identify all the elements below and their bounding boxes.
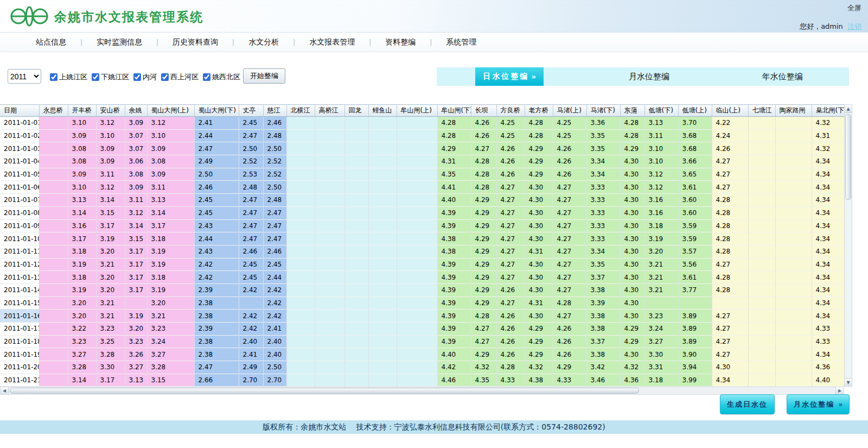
year-select[interactable]: 2011 (8, 69, 41, 84)
value-cell: 4.30 (620, 283, 644, 296)
date-cell: 2011-01-02 (0, 129, 39, 142)
generate-daily-button[interactable]: 生成日水位 (720, 394, 775, 414)
scroll-right-icon[interactable]: ▶ (835, 387, 844, 394)
date-cell: 2011-01-05 (0, 168, 39, 181)
value-cell (286, 283, 315, 296)
value-cell (315, 361, 344, 374)
checkbox-icon[interactable] (203, 73, 210, 81)
region-checkbox-2[interactable]: 内河 (133, 72, 157, 82)
value-cell: 4.30 (620, 168, 644, 181)
table-row[interactable]: 2011-01-183.233.253.233.242.382.402.404.… (0, 335, 844, 348)
value-cell: 4.30 (525, 206, 553, 219)
value-cell: 3.20 (125, 323, 147, 336)
nav-item-5[interactable]: 资料整编 (371, 37, 430, 47)
table-row[interactable]: 2011-01-123.193.213.173.192.422.452.454.… (0, 258, 844, 271)
table-row[interactable]: 2011-01-063.103.123.093.112.462.482.504.… (0, 181, 844, 194)
value-cell (775, 348, 812, 361)
nav-item-1[interactable]: 实时监测信息 (82, 37, 156, 47)
value-cell: 4.39 (437, 258, 471, 271)
value-cell: 4.39 (437, 310, 471, 323)
table-row[interactable]: 2011-01-153.203.213.202.382.424.394.294.… (0, 296, 844, 310)
checkbox-icon[interactable] (50, 73, 58, 81)
checkbox-icon[interactable] (92, 73, 99, 81)
value-cell (344, 283, 368, 296)
horizontal-scrollbar[interactable]: ◀ ▶ (0, 387, 844, 395)
value-cell (775, 194, 812, 207)
region-checkbox-0[interactable]: 上姚江区 (50, 72, 87, 82)
nav-item-0[interactable]: 站点信息 (22, 37, 80, 47)
value-cell (748, 232, 775, 245)
table-row[interactable]: 2011-01-093.163.173.143.172.432.472.474.… (0, 219, 844, 232)
value-cell: 3.15 (125, 232, 147, 245)
table-row[interactable]: 2011-01-173.223.233.203.232.392.422.414.… (0, 323, 844, 336)
value-cell: 2.48 (263, 129, 286, 142)
value-cell (39, 283, 68, 296)
value-cell: 2.40 (263, 335, 286, 348)
region-checkbox-3[interactable]: 西上河区 (161, 72, 199, 82)
value-cell: 3.16 (68, 219, 96, 232)
nav-item-6[interactable]: 系统管理 (432, 37, 490, 47)
table-row[interactable]: 2011-01-163.203.213.193.212.382.422.424.… (0, 310, 844, 323)
date-cell: 2011-01-10 (0, 232, 39, 245)
table-row[interactable]: 2011-01-133.183.203.173.182.422.452.444.… (0, 271, 844, 284)
tab-0[interactable]: 日水位整编» (475, 67, 544, 86)
tab-2[interactable]: 年水位整编 (755, 68, 810, 86)
value-cell: 4.26 (496, 155, 525, 168)
value-cell: 3.10 (644, 142, 678, 155)
table-row[interactable]: 2011-01-013.103.123.093.122.412.452.464.… (0, 117, 844, 130)
nav-item-3[interactable]: 水文分析 (234, 37, 293, 47)
table-row[interactable]: 2011-01-213.143.173.133.152.662.702.704.… (0, 374, 844, 387)
value-cell (368, 168, 397, 181)
value-cell: 3.20 (147, 296, 194, 310)
value-cell: 4.34 (812, 168, 844, 181)
value-cell: 4.27 (712, 348, 748, 361)
fullscreen-link[interactable]: 全屏 (847, 3, 861, 13)
value-cell: 4.27 (553, 258, 586, 271)
tab-1[interactable]: 月水位整编 (621, 68, 677, 86)
scroll-down-icon[interactable]: ▼ (845, 378, 852, 386)
table-row[interactable]: 2011-01-073.133.143.113.132.452.472.484.… (0, 194, 844, 207)
value-cell: 4.30 (620, 348, 644, 361)
nav-item-4[interactable]: 水文报表管理 (295, 37, 369, 47)
vertical-scrollbar[interactable]: ▲ ▼ (844, 104, 852, 387)
value-cell: 3.31 (644, 361, 678, 374)
value-cell: 4.26 (712, 142, 748, 155)
start-arrange-button[interactable]: 开始整编 (243, 68, 285, 84)
table-row[interactable]: 2011-01-023.093.103.073.102.442.472.484.… (0, 129, 844, 142)
checkbox-icon[interactable] (161, 73, 169, 81)
horizontal-scroll-thumb[interactable] (10, 388, 639, 394)
monthly-arrange-button[interactable]: 月水位整编 » (787, 394, 850, 414)
table-row[interactable]: 2011-01-083.143.153.123.142.452.472.474.… (0, 206, 844, 219)
scroll-left-icon[interactable]: ◀ (1, 387, 9, 394)
value-cell: 2.70 (263, 374, 286, 387)
region-checkbox-1[interactable]: 下姚江区 (92, 72, 129, 82)
table-row[interactable]: 2011-01-143.193.203.173.192.392.422.424.… (0, 283, 844, 296)
region-checkbox-4[interactable]: 姚西北区 (203, 72, 240, 82)
value-cell: 3.17 (125, 245, 147, 258)
value-cell: 3.27 (125, 361, 147, 374)
column-header-15: 方良桥 (496, 105, 525, 117)
value-cell: 2.38 (194, 335, 239, 348)
value-cell: 4.30 (620, 219, 644, 232)
table-row[interactable]: 2011-01-113.183.203.173.192.432.462.464.… (0, 245, 844, 258)
vertical-scroll-thumb[interactable] (845, 114, 851, 200)
date-cell: 2011-01-12 (0, 258, 39, 271)
value-cell (775, 374, 812, 387)
controls-row: 2011 上姚江区下姚江区内河西上河区姚西北区小流域 开始整编 日水位整编»月水… (0, 67, 868, 87)
value-cell: 2.41 (263, 323, 286, 336)
table-row[interactable]: 2011-01-203.283.303.273.282.472.492.504.… (0, 361, 844, 374)
value-cell (286, 335, 315, 348)
nav-item-2[interactable]: 历史资料查询 (158, 37, 232, 47)
value-cell: 4.40 (812, 374, 844, 387)
value-cell: 3.11 (125, 194, 147, 207)
value-cell: 4.26 (471, 129, 496, 142)
checkbox-icon[interactable] (133, 73, 141, 81)
table-row[interactable]: 2011-01-043.083.093.063.082.492.522.524.… (0, 155, 844, 168)
scroll-up-icon[interactable]: ▲ (845, 105, 852, 113)
table-row[interactable]: 2011-01-193.273.283.263.272.382.412.404.… (0, 348, 844, 361)
table-row[interactable]: 2011-01-033.083.093.073.092.472.502.504.… (0, 142, 844, 155)
value-cell: 2.46 (263, 245, 286, 258)
table-row[interactable]: 2011-01-103.173.193.153.182.442.472.474.… (0, 232, 844, 245)
logout-link[interactable]: 注销 (847, 22, 861, 30)
table-row[interactable]: 2011-01-053.093.113.083.092.502.532.524.… (0, 168, 844, 181)
